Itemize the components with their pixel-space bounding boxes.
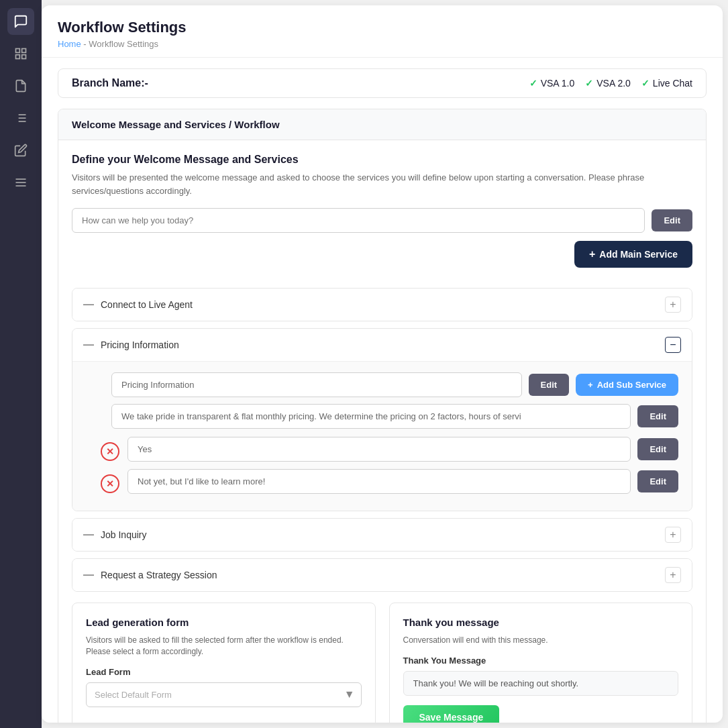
service-pricing-label: Pricing Information: [101, 340, 179, 350]
sidebar-icon-menu[interactable]: [7, 169, 34, 196]
svg-rect-0: [16, 49, 20, 53]
lead-form-label: Lead Form: [86, 667, 362, 677]
thank-you-msg-input[interactable]: [403, 671, 679, 696]
bottom-grid: Lead generation form Visitors will be as…: [72, 603, 692, 723]
service-item-job: — Job Inquiry +: [72, 518, 692, 552]
content-area: Branch Name:- ✓ VSA 1.0 ✓ VSA 2.0 ✓ Live…: [42, 58, 723, 723]
add-sub-service-button[interactable]: + Add Sub Service: [576, 374, 678, 396]
service-job-label: Job Inquiry: [101, 529, 146, 540]
lead-form-select[interactable]: Select Default Form: [86, 682, 362, 707]
sidebar-icon-list[interactable]: [7, 105, 34, 132]
pricing-inputs: Edit + Add Sub Service Edit: [111, 372, 678, 429]
add-sub-service-label: Add Sub Service: [597, 380, 666, 390]
svg-rect-2: [16, 55, 20, 59]
thank-you-desc: Conversation will end with this message.: [403, 635, 679, 646]
service-item-connect: — Connect to Live Agent +: [72, 288, 692, 321]
define-desc: Visitors will be presented the welcome m…: [72, 171, 692, 197]
service-job-header[interactable]: — Job Inquiry +: [72, 519, 692, 551]
define-title: Define your Welcome Message and Services: [72, 154, 692, 166]
welcome-input-row: Edit: [72, 208, 692, 233]
badge-vsa2: ✓ VSA 2.0: [585, 78, 631, 89]
service-strategy-label: Request a Strategy Session: [101, 570, 217, 580]
service-item-strategy: — Request a Strategy Session +: [72, 558, 692, 592]
thank-you-card: Thank you message Conversation will end …: [389, 603, 693, 723]
service-strategy-header[interactable]: — Request a Strategy Session +: [72, 559, 692, 591]
page-title: Workflow Settings: [58, 19, 707, 36]
welcome-message-input[interactable]: [72, 208, 645, 233]
pricing-expanded-body: Edit + Add Sub Service Edit: [72, 361, 692, 511]
section-body: Define your Welcome Message and Services…: [58, 140, 706, 723]
pricing-desc-edit-button[interactable]: Edit: [637, 405, 678, 427]
add-main-service-button[interactable]: + Add Main Service: [574, 241, 692, 268]
lead-form-card: Lead generation form Visitors will be as…: [72, 603, 376, 723]
option-notyet-row: ✕ Edit: [86, 468, 678, 495]
service-job-left: — Job Inquiry: [83, 529, 146, 541]
badge-vsa1-label: VSA 1.0: [541, 78, 575, 89]
service-strategy-left: — Request a Strategy Session: [83, 569, 217, 581]
option-yes-edit-button[interactable]: Edit: [637, 438, 678, 460]
section-header-title: Welcome Message and Services / Workflow: [72, 119, 692, 130]
sidebar-icon-grid[interactable]: [7, 40, 34, 67]
badge-vsa2-label: VSA 2.0: [596, 78, 631, 89]
select-wrapper: Select Default Form ▼: [86, 682, 362, 707]
plus-icon-main: +: [589, 248, 595, 260]
thank-you-title: Thank you message: [403, 617, 679, 628]
sidebar-icon-chat[interactable]: [7, 8, 34, 35]
sidebar: [0, 0, 42, 728]
badge-livechat: ✓ Live Chat: [641, 78, 692, 89]
toggle-icon-pricing[interactable]: −: [665, 337, 681, 353]
service-item-pricing: — Pricing Information − Edit: [72, 328, 692, 511]
breadcrumb-home[interactable]: Home: [58, 39, 81, 49]
branch-bar: Branch Name:- ✓ VSA 1.0 ✓ VSA 2.0 ✓ Live…: [58, 68, 707, 98]
dash-icon-connect: —: [83, 299, 94, 311]
badge-livechat-label: Live Chat: [653, 78, 692, 89]
pricing-name-input[interactable]: [111, 372, 522, 397]
workflow-section-card: Welcome Message and Services / Workflow …: [58, 109, 707, 723]
branch-name-label: Branch Name:-: [72, 77, 148, 89]
pricing-desc-input[interactable]: [111, 404, 631, 429]
plus-icon-sub: +: [588, 380, 593, 390]
sidebar-icon-doc[interactable]: [7, 72, 34, 99]
pricing-main-row: Edit + Add Sub Service Edit: [86, 372, 678, 429]
save-message-button[interactable]: Save Message: [403, 705, 500, 723]
x-circle-yes: ✕: [101, 442, 119, 461]
service-connect-header[interactable]: — Connect to Live Agent +: [72, 289, 692, 321]
svg-rect-1: [22, 49, 26, 53]
option-notyet-input[interactable]: [127, 469, 631, 494]
toggle-icon-connect[interactable]: +: [665, 297, 681, 313]
service-pricing-header[interactable]: — Pricing Information −: [72, 329, 692, 361]
dash-icon-job: —: [83, 529, 94, 541]
dash-icon-pricing: —: [83, 339, 94, 351]
breadcrumb-current: Workflow Settings: [89, 39, 158, 49]
add-main-service-label: Add Main Service: [599, 249, 678, 260]
svg-rect-3: [22, 55, 26, 59]
breadcrumb-separator: -: [83, 39, 86, 49]
page-header: Workflow Settings Home - Workflow Settin…: [42, 5, 723, 58]
welcome-edit-button[interactable]: Edit: [652, 209, 692, 231]
delete-notyet-button[interactable]: ✕: [99, 473, 121, 495]
check-icon-3: ✓: [641, 78, 649, 89]
option-yes-input[interactable]: [127, 437, 631, 462]
service-pricing-left: — Pricing Information: [83, 339, 179, 351]
thank-you-msg-label: Thank You Message: [403, 656, 679, 666]
dash-icon-strategy: —: [83, 569, 94, 581]
check-icon-1: ✓: [529, 78, 537, 89]
toggle-icon-strategy[interactable]: +: [665, 567, 681, 583]
badges: ✓ VSA 1.0 ✓ VSA 2.0 ✓ Live Chat: [529, 78, 692, 89]
breadcrumb: Home - Workflow Settings: [58, 39, 707, 49]
section-header: Welcome Message and Services / Workflow: [58, 109, 706, 140]
badge-vsa1: ✓ VSA 1.0: [529, 78, 575, 89]
option-notyet-edit-button[interactable]: Edit: [637, 470, 678, 492]
lead-form-desc: Visitors will be asked to fill the selec…: [86, 635, 362, 658]
toggle-icon-job[interactable]: +: [665, 527, 681, 543]
sidebar-icon-notes[interactable]: [7, 137, 34, 164]
service-connect-left: — Connect to Live Agent: [83, 299, 193, 311]
pricing-name-row: Edit + Add Sub Service: [111, 372, 678, 397]
option-yes-row: ✕ Edit: [86, 435, 678, 462]
service-connect-label: Connect to Live Agent: [101, 299, 193, 310]
pricing-name-edit-button[interactable]: Edit: [529, 374, 570, 396]
pricing-desc-row: Edit: [111, 404, 678, 429]
x-circle-notyet: ✕: [101, 474, 119, 493]
check-icon-2: ✓: [585, 78, 593, 89]
delete-yes-button[interactable]: ✕: [99, 441, 121, 462]
